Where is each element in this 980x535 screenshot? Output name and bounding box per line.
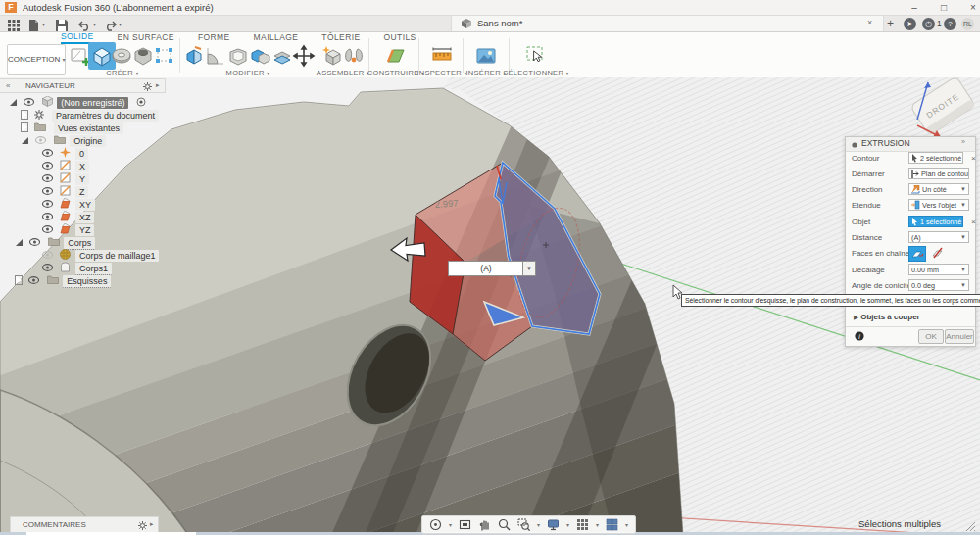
tab-maillage[interactable]: MAILLAGE [254, 32, 299, 43]
navigator-header[interactable]: « NAVIGATEUR ▸ [0, 78, 166, 93]
maximize-button[interactable]: □ [931, 0, 956, 15]
extrusion-dialog-header[interactable]: EXTRUSION » [846, 137, 975, 152]
tree-item-mesh-body[interactable]: Corps de maillage1 [39, 245, 159, 257]
document-tab[interactable]: Sans nom* × [451, 16, 884, 31]
combine-icon[interactable] [249, 44, 272, 68]
zoom-icon[interactable] [498, 518, 511, 531]
contour-selection-field[interactable]: 2 sélectionné [908, 152, 963, 164]
construct-plane-icon[interactable] [384, 44, 408, 68]
section-expand-icon[interactable]: ▶ [854, 314, 858, 320]
extensions-icon[interactable]: ➤ [904, 18, 916, 30]
tab-en-surface[interactable]: EN SURFACE [118, 32, 174, 43]
chain-faces-on-button[interactable] [908, 246, 926, 262]
tree-item-axis-y[interactable]: Y [39, 169, 89, 180]
group-label-modifier[interactable]: MODIFIER ▾ [204, 69, 292, 77]
redo-icon[interactable] [104, 18, 117, 29]
tree-item-document-settings[interactable]: Paramètres du document [22, 105, 159, 117]
zoom-caret-icon[interactable]: ▾ [537, 521, 540, 528]
new-component-icon[interactable] [320, 44, 344, 68]
tree-item-sketches-folder[interactable]: Esquisses [16, 270, 111, 282]
close-tab-icon[interactable]: × [867, 18, 872, 27]
viewports-caret-icon[interactable]: ▾ [625, 521, 628, 528]
tree-item-plane-xy[interactable]: XY [39, 194, 95, 206]
zoom-window-icon[interactable] [517, 518, 530, 531]
orbit-icon[interactable] [429, 518, 442, 531]
clear-objet-icon[interactable]: × [971, 218, 976, 226]
tree-item-origin[interactable]: Origine [22, 130, 106, 142]
select-tool-icon[interactable] [524, 44, 548, 68]
hole-icon[interactable] [131, 44, 155, 68]
file-menu-icon[interactable] [28, 18, 41, 29]
panel-gear-icon[interactable] [138, 521, 147, 530]
panel-gear-icon[interactable] [143, 82, 152, 91]
fillet-icon[interactable] [204, 44, 227, 68]
close-button[interactable]: × [960, 0, 980, 15]
visibility-eye-icon[interactable] [28, 276, 39, 284]
insert-image-icon[interactable] [474, 44, 498, 68]
pattern-sketch-icon[interactable] [153, 44, 176, 68]
avatar[interactable]: RL [961, 18, 974, 30]
job-status-clock-icon[interactable]: ◷ [922, 18, 935, 30]
objets-a-couper-section[interactable]: ▶ Objets à couper [854, 313, 920, 321]
tree-item-named-views[interactable]: Vues existantes [22, 118, 123, 129]
offset-face-icon[interactable] [270, 44, 294, 68]
orbit-caret-icon[interactable]: ▾ [449, 521, 452, 528]
objet-selection-field[interactable]: 1 sélectionné [908, 216, 963, 227]
workspace-switcher-button[interactable]: CONCEPTION ▾ [7, 44, 66, 75]
press-pull-icon[interactable] [182, 44, 206, 68]
grid-settings-icon[interactable] [576, 518, 589, 531]
tree-item-root[interactable]: (Non enregistré) [10, 92, 146, 104]
distance-dropdown-caret-icon[interactable]: ▼ [522, 261, 536, 276]
expand-open-icon[interactable] [16, 239, 23, 246]
panel-expand-icon[interactable]: ▸ [156, 81, 160, 89]
app-grid-icon[interactable] [8, 18, 21, 29]
undo-caret-icon[interactable]: ▾ [93, 21, 96, 27]
decalage-field[interactable]: 0.00 mm▼ [908, 264, 969, 275]
chain-faces-off-button[interactable] [930, 246, 946, 260]
distance-input-field[interactable]: (A) ▼ [448, 261, 524, 276]
tree-item-bodies-folder[interactable]: Corps [16, 232, 95, 244]
group-label-creer[interactable]: CRÉER ▾ [78, 69, 167, 77]
tree-item-axis-x[interactable]: X [39, 156, 89, 168]
tab-tolerie[interactable]: TÔLERIE [321, 32, 360, 43]
tree-item-plane-yz[interactable]: YZ [39, 219, 94, 231]
tree-item-plane-xz[interactable]: XZ [39, 207, 94, 219]
undo-icon[interactable] [78, 18, 91, 29]
pan-icon[interactable] [478, 518, 491, 531]
dialog-pin-icon[interactable]: » [961, 138, 965, 145]
info-icon[interactable]: i [855, 331, 864, 341]
shell-icon[interactable] [226, 44, 250, 68]
direction-select[interactable]: Un côté▼ [908, 183, 969, 195]
help-icon[interactable]: ? [944, 18, 956, 30]
distance-select[interactable]: (A)▼ [908, 231, 969, 243]
redo-caret-icon[interactable]: ▾ [119, 21, 122, 27]
panel-expand-icon[interactable]: ▸ [150, 520, 154, 528]
group-label-selectionner[interactable]: SÉLECTIONNER ▾ [492, 69, 580, 77]
cancel-button[interactable]: Annuler [945, 329, 974, 344]
clear-contour-icon[interactable]: × [971, 154, 976, 163]
angle-field[interactable]: 0.0 deg▼ [908, 279, 969, 291]
tree-item-origin-point[interactable]: 0 [39, 143, 88, 155]
tree-item-body1[interactable]: Corps1 [39, 258, 112, 269]
ok-button[interactable]: OK [918, 329, 944, 344]
file-menu-caret-icon[interactable]: ▾ [42, 21, 45, 27]
expand-open-icon[interactable] [22, 137, 28, 144]
minimize-button[interactable]: – [902, 0, 927, 15]
move-icon[interactable] [292, 44, 316, 68]
demarrer-select[interactable]: Plan de contour▼ [908, 168, 969, 179]
look-at-icon[interactable] [459, 518, 471, 531]
comments-panel-header[interactable]: COMMENTAIRES ▸ [10, 516, 159, 533]
expand-closed-icon[interactable] [16, 276, 22, 284]
new-tab-icon[interactable]: + [887, 17, 894, 30]
joint-icon[interactable] [342, 44, 366, 68]
tab-outils[interactable]: OUTILS [384, 32, 416, 43]
tree-item-axis-z[interactable]: Z [39, 181, 88, 193]
collapse-panel-icon[interactable]: « [6, 81, 10, 90]
etendue-select[interactable]: Vers l'objet▼ [908, 199, 969, 211]
extrude-icon[interactable] [90, 44, 114, 68]
viewports-icon[interactable] [606, 518, 618, 531]
grid-caret-icon[interactable]: ▾ [596, 521, 599, 528]
expand-open-icon[interactable] [10, 99, 17, 106]
tab-forme[interactable]: FORME [198, 32, 230, 43]
resize-grip-icon[interactable] [964, 520, 976, 532]
